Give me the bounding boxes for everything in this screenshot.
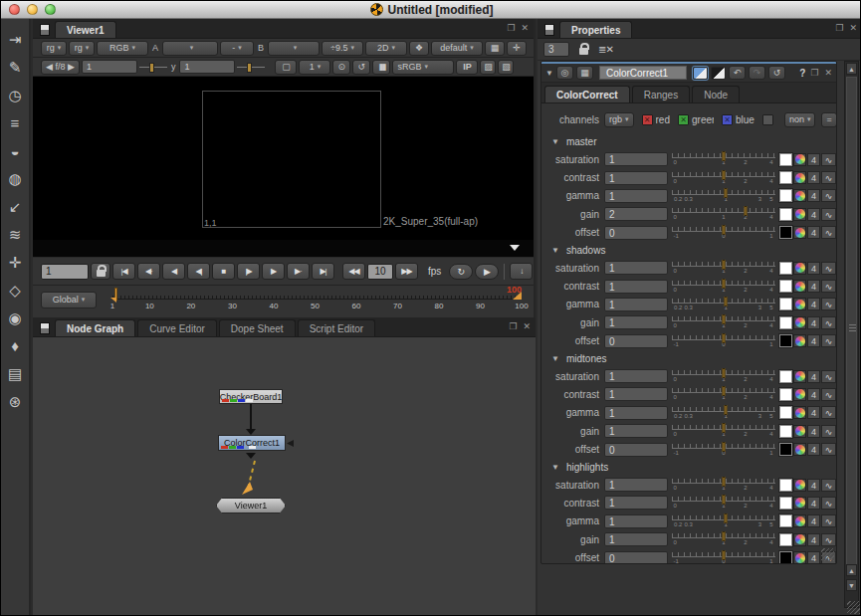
param-slider[interactable]: -101 bbox=[672, 550, 775, 564]
slider-handle[interactable] bbox=[723, 477, 726, 487]
expand-channels-button[interactable]: 4 bbox=[807, 262, 820, 275]
curve-button[interactable]: ∿ bbox=[821, 280, 836, 293]
slider-handle[interactable] bbox=[725, 513, 728, 523]
layer-select[interactable]: 1 bbox=[299, 60, 330, 75]
gamma-field[interactable]: 1 bbox=[179, 60, 235, 74]
float-panel-icon[interactable]: ❐ bbox=[810, 69, 818, 78]
curve-button[interactable]: ∿ bbox=[821, 298, 836, 310]
toolbar-transform-icon[interactable]: ✛ bbox=[2, 249, 28, 276]
param-value-field[interactable]: 1 bbox=[604, 514, 668, 528]
slider-handle[interactable] bbox=[725, 188, 728, 198]
expand-channels-button[interactable]: 4 bbox=[807, 479, 820, 492]
param-slider[interactable]: 0124 bbox=[672, 170, 775, 186]
view-mode-select[interactable]: 2D bbox=[365, 41, 407, 56]
slider-handle[interactable] bbox=[723, 151, 726, 161]
color-swatch[interactable] bbox=[779, 533, 792, 546]
param-value-field[interactable]: 1 bbox=[604, 298, 668, 311]
param-value-field[interactable]: 1 bbox=[604, 369, 668, 383]
expand-channels-button[interactable]: 4 bbox=[807, 298, 820, 310]
toolbar-time-icon[interactable]: ◷ bbox=[2, 82, 28, 108]
skip-back-button[interactable]: ◀◀ bbox=[342, 263, 365, 280]
stop-button[interactable]: ■ bbox=[212, 263, 235, 280]
color-swatch[interactable] bbox=[779, 226, 792, 239]
play-in-window-button[interactable]: ▶ bbox=[475, 264, 499, 280]
param-value-field[interactable]: 1 bbox=[604, 152, 668, 166]
flipbook-button[interactable]: ↓ bbox=[510, 263, 533, 280]
channel-checkbox-blue[interactable]: ✕ bbox=[722, 114, 733, 125]
slider-handle[interactable] bbox=[723, 170, 726, 180]
viewer-process-select[interactable]: default bbox=[431, 41, 483, 56]
slider-handle[interactable] bbox=[725, 297, 728, 307]
toolbar-views-icon[interactable]: ◉ bbox=[2, 305, 28, 331]
color-swatch[interactable] bbox=[779, 388, 792, 401]
toolbar-keyer-icon[interactable]: ↙ bbox=[2, 193, 28, 220]
float-panel-icon[interactable]: ❐ bbox=[509, 322, 517, 331]
downscale-select[interactable]: ÷9.5 bbox=[322, 41, 363, 56]
display-mode-icon[interactable]: ▢ bbox=[275, 60, 297, 75]
slider-handle[interactable] bbox=[723, 314, 726, 324]
step-backward-button[interactable]: ◀| bbox=[187, 263, 210, 280]
tab-ranges[interactable]: Ranges bbox=[632, 86, 690, 103]
redo-icon[interactable]: ↷ bbox=[749, 66, 765, 80]
param-slider[interactable]: 0124 bbox=[672, 151, 775, 167]
color-wheel-icon[interactable] bbox=[793, 262, 806, 275]
mask-channel-select[interactable]: non bbox=[784, 112, 816, 127]
gamma-slider[interactable] bbox=[237, 61, 265, 73]
frame-range-mode-select[interactable]: Global bbox=[41, 292, 97, 308]
color-swatch[interactable] bbox=[779, 425, 792, 438]
wipe-channel-a-select[interactable]: rg bbox=[41, 41, 67, 56]
param-slider[interactable]: -101 bbox=[672, 333, 775, 349]
collapse-section-icon[interactable]: ▼ bbox=[551, 463, 559, 472]
collapse-section-icon[interactable]: ▼ bbox=[551, 354, 559, 363]
toolbar-channel-icon[interactable]: ≡ bbox=[2, 109, 28, 136]
panel-handle-icon[interactable] bbox=[544, 24, 554, 36]
param-value-field[interactable]: 1 bbox=[604, 496, 668, 510]
color-wheel-icon[interactable] bbox=[793, 171, 806, 184]
param-value-field[interactable]: 1 bbox=[604, 261, 668, 275]
close-panel-icon[interactable]: ✕ bbox=[521, 24, 529, 33]
color-wheel-icon[interactable] bbox=[793, 280, 806, 293]
pause-icon[interactable]: ▮▮ bbox=[372, 60, 390, 75]
curve-button[interactable]: ∿ bbox=[821, 262, 836, 275]
float-panel-icon[interactable]: ❐ bbox=[835, 24, 843, 33]
curve-button[interactable]: ∿ bbox=[821, 497, 836, 510]
channel-layer-select[interactable]: rgb bbox=[604, 112, 634, 127]
color-swatch[interactable] bbox=[779, 479, 792, 492]
slider-handle[interactable] bbox=[723, 531, 726, 541]
expand-channels-button[interactable]: 4 bbox=[807, 334, 820, 347]
color-swatch[interactable] bbox=[779, 443, 792, 456]
color-wheel-icon[interactable] bbox=[793, 479, 806, 492]
expand-channels-button[interactable]: 4 bbox=[807, 443, 820, 456]
color-swatch[interactable] bbox=[779, 171, 792, 184]
undo-icon[interactable]: ↶ bbox=[729, 66, 746, 80]
param-value-field[interactable]: 1 bbox=[604, 189, 668, 203]
exposure-next-icon[interactable]: ▶ bbox=[68, 62, 75, 72]
param-slider[interactable]: 0124 bbox=[672, 206, 775, 222]
panel-handle-icon[interactable] bbox=[40, 24, 50, 36]
toolbar-image-icon[interactable]: ⇥ bbox=[2, 26, 28, 53]
expand-channels-button[interactable]: 4 bbox=[807, 189, 820, 202]
curve-button[interactable]: ∿ bbox=[821, 316, 836, 329]
expand-info-icon[interactable] bbox=[510, 245, 520, 251]
param-value-field[interactable]: 1 bbox=[604, 280, 668, 294]
curve-button[interactable]: ∿ bbox=[821, 334, 836, 347]
slider-handle[interactable] bbox=[744, 206, 747, 216]
slider-handle[interactable] bbox=[723, 386, 726, 396]
scroll-up-icon[interactable]: ▲ bbox=[846, 63, 857, 75]
color-wheel-icon[interactable] bbox=[793, 406, 806, 419]
color-swatch[interactable] bbox=[779, 262, 792, 275]
param-slider[interactable]: 0124 bbox=[672, 423, 775, 439]
toolbar-color-icon[interactable]: ◒ bbox=[2, 137, 28, 164]
expand-channels-button[interactable]: 4 bbox=[807, 208, 820, 221]
color-wheel-icon[interactable] bbox=[793, 208, 806, 221]
node-name-field[interactable]: ColorCorrect1 bbox=[599, 66, 687, 80]
next-keyframe-button[interactable]: ▶· bbox=[287, 263, 310, 280]
exposure-stepper[interactable]: ◀ f/8 ▶ bbox=[41, 60, 80, 75]
color-swatch[interactable] bbox=[779, 370, 792, 383]
goto-start-button[interactable]: |◀ bbox=[112, 263, 135, 280]
viewer-image-area[interactable]: 1,1 2K_Super_35(full-ap) bbox=[33, 77, 534, 240]
param-slider[interactable]: 0124 bbox=[672, 260, 775, 276]
toolbar-threed-icon[interactable]: ◇ bbox=[2, 277, 28, 304]
step-forward-button[interactable]: |▶ bbox=[237, 263, 260, 280]
exposure-prev-icon[interactable]: ◀ bbox=[46, 62, 53, 72]
